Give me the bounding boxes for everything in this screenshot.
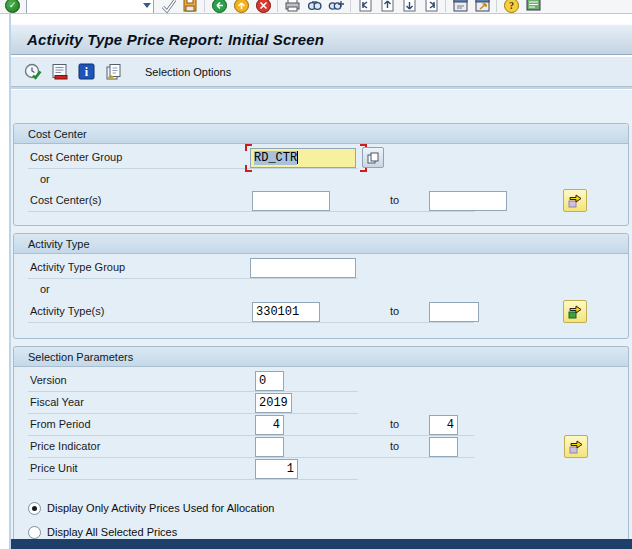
from-period-input[interactable]: 4 (255, 415, 284, 435)
selection-options-button[interactable]: Selection Options (145, 66, 231, 78)
text-cursor (297, 151, 298, 164)
cost-centers-label: Cost Center(s) (30, 194, 102, 206)
toolbar-separator (350, 0, 351, 12)
toolbar-separator (277, 0, 278, 12)
get-variant-icon[interactable] (104, 63, 123, 81)
activity-type-to-input[interactable] (429, 302, 479, 322)
exit-icon[interactable] (233, 0, 249, 13)
fiscal-year-row: Fiscal Year 2019 (14, 392, 628, 414)
page-title: Activity Type Price Report: Initial Scre… (27, 31, 324, 48)
activity-type-group-label: Activity Type Group (30, 261, 125, 273)
multiple-selection-arrow-icon (568, 439, 584, 454)
previous-page-icon[interactable] (379, 0, 395, 13)
selected-text: RD_CTR (254, 151, 297, 165)
activity-types-label: Activity Type(s) (30, 305, 104, 317)
print-icon[interactable] (284, 0, 300, 13)
to-label: to (390, 194, 399, 206)
activity-type-group-row: Activity Type Group (14, 257, 628, 279)
command-field-input[interactable] (26, 0, 154, 14)
cost-center-group-row: Cost Center Group RD_CTR (14, 147, 628, 169)
selection-screen: Cost Center Cost Center Group RD_CTR or … (11, 90, 632, 549)
cost-center-group-title: Cost Center (14, 124, 628, 144)
activity-type-group-title: Activity Type (14, 234, 628, 254)
row-separator (28, 211, 474, 212)
back-icon[interactable] (211, 0, 227, 13)
last-page-icon[interactable] (423, 0, 439, 13)
from-period-label: From Period (30, 418, 91, 430)
toolbar-separator (496, 0, 497, 12)
or-label: or (40, 283, 50, 295)
cancel-icon[interactable] (255, 0, 271, 13)
row-separator (28, 322, 474, 323)
activity-type-multiple-selection-button[interactable] (563, 300, 587, 323)
overlapping-squares-icon (367, 152, 379, 164)
svg-text:?: ? (509, 0, 514, 11)
to-period-input[interactable]: 4 (429, 415, 458, 435)
sap-window: Activity Type Price Report: Initial Scre… (9, 14, 632, 549)
price-indicator-to-input[interactable] (429, 437, 458, 457)
new-session-icon[interactable] (452, 0, 468, 13)
radio-label: Display All Selected Prices (47, 526, 177, 538)
price-indicator-row: Price Indicator to (14, 436, 628, 458)
focus-bracket (245, 144, 252, 151)
cost-center-multiple-selection-button[interactable] (563, 189, 587, 212)
next-page-icon[interactable] (401, 0, 417, 13)
fiscal-year-input[interactable]: 2019 (255, 393, 292, 413)
price-unit-row: Price Unit 1 (14, 458, 628, 480)
cost-center-group-input[interactable]: RD_CTR (250, 148, 356, 168)
application-toolbar: i Selection Options (11, 57, 632, 87)
cost-centers-row: Cost Center(s) to (14, 190, 628, 212)
version-row: Version 0 (14, 370, 628, 392)
multiple-selection-active-arrow-icon (567, 304, 583, 319)
cost-center-to-input[interactable] (429, 191, 507, 211)
price-indicator-label: Price Indicator (30, 440, 100, 452)
radio-display-allocation[interactable]: Display Only Activity Prices Used for Al… (28, 499, 274, 517)
find-icon[interactable] (306, 0, 322, 13)
activity-type-group-input[interactable] (250, 258, 356, 278)
or-label: or (40, 173, 50, 185)
status-bar-edge (11, 539, 632, 549)
price-indicator-multiple-selection-button[interactable] (564, 435, 588, 458)
or-row: or (14, 279, 628, 301)
fiscal-year-label: Fiscal Year (30, 396, 84, 408)
command-dropdown-icon[interactable] (143, 3, 151, 8)
check-icon[interactable] (160, 0, 176, 13)
cost-center-group-box: Cost Center Cost Center Group RD_CTR or … (13, 123, 629, 226)
enter-icon[interactable]: ✓ (5, 0, 20, 13)
row-separator (28, 479, 358, 480)
standard-toolbar: ✓ (0, 0, 632, 14)
activity-type-group-box: Activity Type Activity Type Group or Act… (13, 233, 629, 339)
matchcode-button[interactable] (362, 147, 384, 168)
from-period-row: From Period 4 to 4 (14, 414, 628, 436)
cost-center-from-input[interactable] (252, 191, 330, 211)
execute-and-print-icon[interactable] (50, 63, 69, 81)
to-label: to (390, 305, 399, 317)
customize-layout-icon[interactable] (525, 0, 541, 13)
price-unit-input[interactable]: 1 (255, 459, 298, 479)
first-page-icon[interactable] (357, 0, 373, 13)
to-label: to (390, 418, 399, 430)
selection-parameters-group-box: Selection Parameters Version 0 Fiscal Ye… (13, 346, 629, 549)
cost-center-group-label: Cost Center Group (30, 151, 122, 163)
radio-button-selected[interactable] (28, 502, 41, 515)
activity-types-row: Activity Type(s) 330101 to (14, 301, 628, 323)
find-next-icon[interactable] (328, 0, 344, 13)
execute-icon[interactable] (23, 63, 42, 81)
help-icon[interactable]: ? (503, 0, 519, 13)
multiple-selection-arrow-icon (567, 193, 583, 208)
title-bar: Activity Type Price Report: Initial Scre… (11, 24, 632, 55)
toolbar-separator (445, 0, 446, 12)
version-input[interactable]: 0 (255, 371, 284, 391)
radio-label: Display Only Activity Prices Used for Al… (47, 502, 274, 514)
radio-button-unselected[interactable] (28, 526, 41, 539)
price-indicator-from-input[interactable] (255, 437, 284, 457)
create-shortcut-icon[interactable] (474, 0, 490, 13)
save-icon[interactable] (182, 0, 198, 13)
price-unit-label: Price Unit (30, 462, 78, 474)
selection-parameters-group-title: Selection Parameters (14, 347, 628, 367)
information-icon[interactable]: i (77, 63, 96, 81)
version-label: Version (30, 374, 67, 386)
to-label: to (390, 440, 399, 452)
toolbar-separator (204, 0, 205, 12)
activity-type-from-input[interactable]: 330101 (252, 302, 320, 322)
